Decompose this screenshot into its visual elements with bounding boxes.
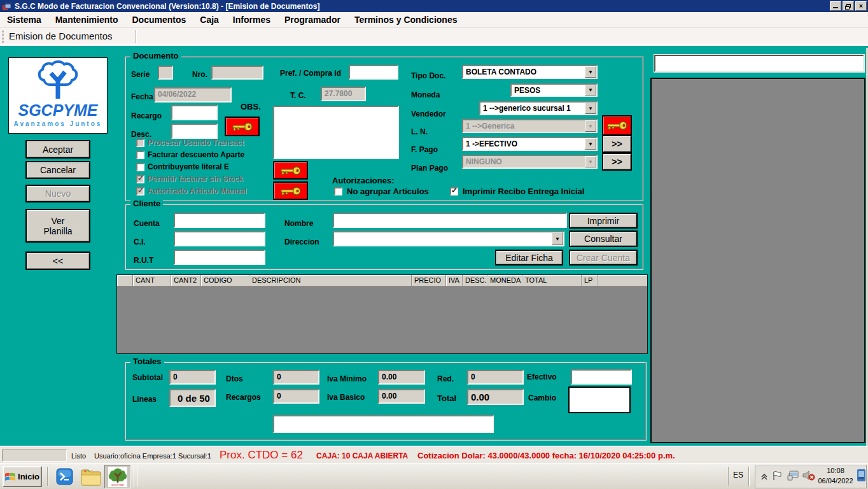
start-label: Inicio [18,472,39,481]
grid-col-iva: IVA [446,275,463,286]
key-auth-button-manual[interactable] [273,181,308,200]
total-label: Total [437,393,456,403]
taskbar: Inicio SGCPYME [0,463,868,489]
restore-button[interactable] [843,1,854,11]
key-icon [606,120,628,131]
ln-label: L. N. [411,127,428,136]
toolbar-grip [2,31,4,43]
taskbar-separator [748,467,750,486]
back-button[interactable]: << [25,252,90,270]
checkbox-sin-stock [136,175,144,183]
toolbar-separator [136,30,137,43]
key-auth-button-stock[interactable] [273,161,308,180]
menu-terminos[interactable]: Terminos y Condiciones [347,15,465,25]
tipo-doc-select[interactable]: BOLETA CONTADO ▼ [462,65,598,79]
taskbar-separator [728,467,729,486]
documento-frame: Documento Serie Nro. Pref. / Compra id T… [125,56,643,201]
app-icon [3,2,11,10]
taskbar-separator [47,467,48,486]
rut-input[interactable] [174,250,265,265]
desc-input[interactable] [171,124,218,139]
checkbox-imprimir-recibo[interactable] [450,187,458,195]
totales-legend: Totales [130,357,164,366]
nombre-input[interactable] [333,213,567,228]
moneda-select[interactable]: PESOS ▼ [510,83,598,97]
volume-muted-icon[interactable] [802,470,815,483]
planpago-expand-button[interactable]: >> [602,153,632,171]
efectivo-input[interactable] [571,369,632,385]
cuenta-label: Cuenta [134,219,160,228]
red-label: Red. [437,374,454,383]
iva-minimo-field: 0.00 [378,370,425,385]
dtos-field: 0 [273,370,319,385]
recargo-input[interactable] [171,105,218,120]
start-button[interactable]: Inicio [3,466,42,487]
crear-cuenta-button[interactable]: Crear Cuenta [569,250,638,266]
close-button[interactable]: × [855,1,867,11]
tray-clock[interactable]: 10:08 06/04/2022 [815,465,857,486]
ci-input[interactable] [174,231,265,246]
checkbox-contribuyente-e[interactable] [136,163,144,171]
cancelar-button[interactable]: Cancelar [25,161,90,179]
ver-planilla-button[interactable]: Ver Planilla [25,209,90,243]
sgcpyme-task-button[interactable]: SGCPYME [104,465,131,488]
obs-textarea[interactable] [273,106,399,159]
grid-header: CANT CANT2 CODIGO DESCRIPCION PRECIO IVA… [117,275,647,287]
chevron-down-icon[interactable]: ▼ [585,103,596,114]
statusbar: Listo Usuario:oficina Empresa:1 Sucursal… [0,446,868,463]
efectivo-label: Efectivo [527,372,557,381]
fpago-expand-button[interactable]: >> [602,135,632,153]
checkbox-sin-stock-label: Permitir facturar sin Stock [148,174,243,183]
menu-programador[interactable]: Programador [277,15,347,25]
network-icon[interactable] [787,471,799,483]
minimize-button[interactable] [830,1,841,11]
chevron-down-icon[interactable]: ▼ [585,138,596,150]
aceptar-button[interactable]: Aceptar [25,140,90,159]
dtos-label: Dtos [226,374,243,383]
tc-label: T. C. [290,91,306,100]
checkbox-descuento-aparte[interactable] [136,151,144,159]
total-field: 0.00 [467,389,524,405]
menu-informes[interactable]: Informes [226,15,277,25]
svg-text:SGCPYME: SGCPYME [111,483,124,486]
vendedor-select[interactable]: 1 -->generico sucursal 1 ▼ [479,101,598,115]
direccion-label: Direccion [284,237,319,246]
imprimir-button[interactable]: Imprimir [569,213,638,229]
pref-compra-input[interactable] [349,65,398,80]
chevron-down-icon[interactable]: ▼ [552,232,563,245]
chevron-down-icon[interactable]: ▼ [585,85,596,96]
key-icon [280,186,302,196]
search-article-input[interactable] [654,55,864,72]
grid-body[interactable] [117,287,647,353]
cuenta-input[interactable] [174,213,265,228]
action-center-flag-icon[interactable] [772,471,782,483]
folder-icon[interactable] [80,467,102,486]
menu-documentos[interactable]: Documentos [125,15,193,25]
show-desktop-button[interactable] [857,469,865,481]
documento-legend: Documento [130,51,181,60]
ln-select: 1 -->Generica ▼ [462,119,598,133]
menu-sistema[interactable]: Sistema [0,15,48,25]
menu-caja[interactable]: Caja [193,15,226,25]
windows-logo-icon [5,472,15,481]
show-hidden-icons-chevron[interactable] [760,472,768,481]
menu-mantenimiento[interactable]: Mantenimiento [48,15,125,25]
status-listo: Listo [71,452,86,460]
serie-label: Serie [131,70,150,79]
direccion-select[interactable]: ▼ [333,231,564,246]
powershell-icon[interactable] [56,468,73,485]
language-indicator[interactable]: ES [733,471,743,479]
editar-ficha-button[interactable]: Editar Ficha [495,250,563,266]
chevron-down-icon[interactable]: ▼ [585,66,596,78]
entry-input[interactable] [273,415,494,433]
key-auth-button-ln[interactable] [602,115,632,136]
checkbox-no-agrupar[interactable] [334,187,342,195]
cliente-frame: Cliente Cuenta Nombre Imprimir C.I. Dire… [125,204,643,270]
key-auth-button-obs[interactable] [225,117,260,136]
cliente-legend: Cliente [130,199,163,208]
red-field: 0 [467,370,524,385]
fpago-select[interactable]: 1 ->EFECTIVO ▼ [462,137,598,151]
fecha-field: 04/06/2022 [154,87,232,103]
nuevo-button[interactable]: Nuevo [25,185,90,202]
consultar-button[interactable]: Consultar [569,230,638,247]
